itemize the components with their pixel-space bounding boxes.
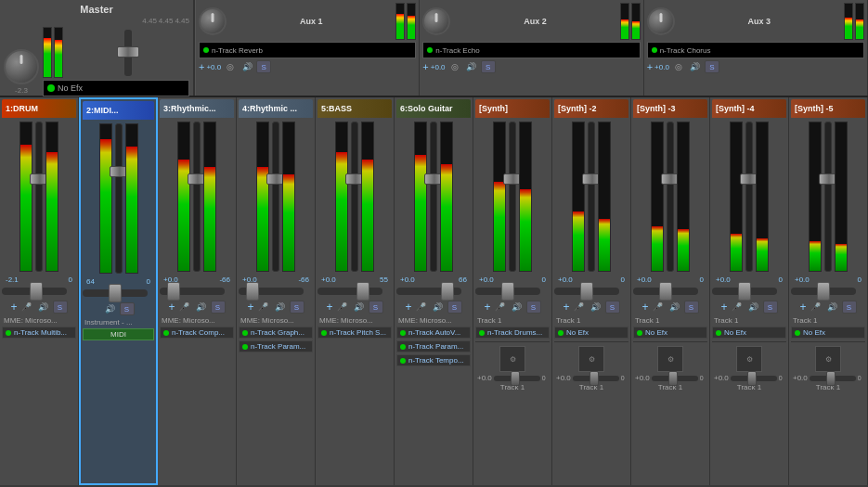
ch9-s-btn[interactable]: S (684, 301, 699, 314)
ch7-mini-thumb[interactable] (511, 371, 520, 386)
aux3-speaker[interactable]: 🔊 (688, 60, 703, 73)
aux2-knob-small[interactable]: ◎ (447, 60, 462, 73)
ch7-mic-icon[interactable]: 🎤 (493, 301, 508, 314)
ch9-mini-thumb[interactable] (668, 371, 678, 386)
ch11-speaker-icon[interactable]: 🔊 (825, 301, 840, 314)
ch2-s-btn[interactable]: S (120, 302, 135, 315)
ch6-efx-1[interactable]: n-Track AutoV... (396, 327, 471, 339)
aux1-knob-small[interactable]: ◎ (223, 60, 238, 73)
ch11-mic-icon[interactable]: 🎤 (809, 301, 823, 314)
ch1-mic-icon[interactable]: 🎤 (19, 301, 34, 314)
ch9-mic-icon[interactable]: 🎤 (651, 301, 666, 314)
aux1-knob[interactable] (199, 7, 227, 35)
ch10-pan-thumb[interactable] (738, 282, 751, 301)
ch3-pan-thumb[interactable] (167, 282, 180, 301)
ch2-speaker-icon[interactable]: 🔊 (103, 302, 118, 315)
channel-2-name[interactable]: 2:MIDI... (83, 101, 154, 120)
master-knob[interactable] (4, 49, 39, 84)
aux2-plus[interactable]: + (422, 61, 428, 72)
aux1-plus[interactable]: + (199, 61, 204, 72)
ch4-mic-icon[interactable]: 🎤 (256, 301, 271, 314)
aux3-s-btn[interactable]: S (705, 60, 719, 73)
channel-11-name[interactable]: [Synth] -5 (791, 99, 865, 118)
ch5-plus[interactable]: + (326, 301, 332, 313)
aux3-plus[interactable]: + (647, 61, 653, 72)
ch11-pan-thumb[interactable] (817, 282, 830, 301)
ch10-mini-thumb[interactable] (747, 371, 757, 386)
ch9-pan-thumb[interactable] (659, 282, 672, 301)
channel-8-name[interactable]: [Synth] -2 (554, 99, 628, 118)
ch10-plus[interactable]: + (720, 301, 727, 313)
ch5-pan-thumb[interactable] (356, 282, 369, 301)
ch7-pan-thumb[interactable] (501, 282, 514, 301)
aux2-s-btn[interactable]: S (481, 60, 496, 73)
ch3-s-btn[interactable]: S (211, 301, 226, 314)
ch7-efx-1[interactable]: n-Track Drums... (475, 327, 550, 339)
ch3-mic-icon[interactable]: 🎤 (177, 301, 192, 314)
ch8-pan-thumb[interactable] (580, 282, 593, 301)
ch8-s-btn[interactable]: S (605, 301, 620, 314)
ch4-efx-1[interactable]: n-Track Graph... (239, 327, 313, 339)
channel-9-meters (633, 118, 707, 276)
ch3-efx-1[interactable]: n-Track Comp... (160, 327, 234, 339)
ch11-efx-1[interactable]: No Efx (791, 327, 865, 339)
aux2-speaker[interactable]: 🔊 (464, 60, 479, 73)
ch7-plus[interactable]: + (484, 301, 490, 313)
ch5-mic-icon[interactable]: 🎤 (335, 301, 350, 314)
ch1-speaker-icon[interactable]: 🔊 (36, 301, 51, 314)
ch4-pan-thumb[interactable] (246, 282, 259, 301)
ch9-plus[interactable]: + (641, 301, 648, 313)
ch8-plus[interactable]: + (563, 301, 569, 313)
channel-4-name[interactable]: 4:Rhythmic ... (239, 99, 313, 118)
channel-5-name[interactable]: 5:BASS (317, 99, 392, 118)
ch11-plus[interactable]: + (799, 301, 806, 313)
ch5-speaker-icon[interactable]: 🔊 (352, 301, 367, 314)
ch8-mic-icon[interactable]: 🎤 (572, 301, 587, 314)
ch2-pan-thumb[interactable] (109, 284, 122, 302)
ch6-s-btn[interactable]: S (447, 301, 462, 314)
ch1-s-btn[interactable]: S (53, 301, 68, 314)
channel-9-name[interactable]: [Synth] -3 (633, 99, 707, 118)
aux3-knob[interactable] (647, 7, 675, 35)
ch9-efx-1[interactable]: No Efx (633, 327, 707, 339)
channel-1-name[interactable]: 1:DRUM (2, 99, 76, 118)
ch6-plus[interactable]: + (405, 301, 411, 313)
ch1-pan-thumb[interactable] (30, 282, 43, 301)
ch6-pan-thumb[interactable] (441, 282, 454, 301)
ch8-mini-thumb[interactable] (589, 371, 599, 386)
ch10-s-btn[interactable]: S (763, 301, 778, 314)
ch5-efx-1[interactable]: n-Track Pitch S... (317, 327, 392, 339)
channel-6-name[interactable]: 6:Solo Guitar (396, 99, 471, 118)
ch6-mic-icon[interactable]: 🎤 (414, 301, 429, 314)
ch4-s-btn[interactable]: S (290, 301, 304, 314)
ch3-speaker-icon[interactable]: 🔊 (194, 301, 209, 314)
ch4-plus[interactable]: + (247, 301, 253, 313)
aux3-knob-small[interactable]: ◎ (671, 60, 686, 73)
ch1-efx-1[interactable]: n-Track Multib... (2, 327, 76, 339)
master-fader-thumb[interactable] (117, 46, 139, 58)
channel-7-name[interactable]: [Synth] (475, 99, 550, 118)
ch6-efx-2[interactable]: n-Track Param... (396, 340, 471, 352)
ch9-speaker-icon[interactable]: 🔊 (667, 301, 682, 314)
ch4-speaker-icon[interactable]: 🔊 (273, 301, 288, 314)
aux2-knob[interactable] (422, 7, 450, 35)
aux1-speaker[interactable]: 🔊 (240, 60, 254, 73)
channel-10-name[interactable]: [Synth] -4 (712, 99, 786, 118)
ch3-plus[interactable]: + (168, 301, 175, 313)
ch1-plus[interactable]: + (10, 301, 17, 313)
ch7-speaker-icon[interactable]: 🔊 (510, 301, 525, 314)
ch10-mic-icon[interactable]: 🎤 (730, 301, 745, 314)
ch6-efx-3[interactable]: n-Track Tempo... (396, 354, 471, 366)
aux1-s-btn[interactable]: S (256, 60, 271, 73)
ch10-speaker-icon[interactable]: 🔊 (746, 301, 761, 314)
ch8-efx-1[interactable]: No Efx (554, 327, 628, 339)
ch8-speaker-icon[interactable]: 🔊 (589, 301, 603, 314)
ch7-s-btn[interactable]: S (526, 301, 541, 314)
ch11-s-btn[interactable]: S (842, 301, 857, 314)
ch11-mini-thumb[interactable] (826, 371, 836, 386)
ch10-efx-1[interactable]: No Efx (712, 327, 786, 339)
ch4-efx-2[interactable]: n-Track Param... (239, 340, 313, 352)
ch6-speaker-icon[interactable]: 🔊 (431, 301, 446, 314)
ch5-s-btn[interactable]: S (369, 301, 383, 314)
channel-3-name[interactable]: 3:Rhythmic... (160, 99, 234, 118)
